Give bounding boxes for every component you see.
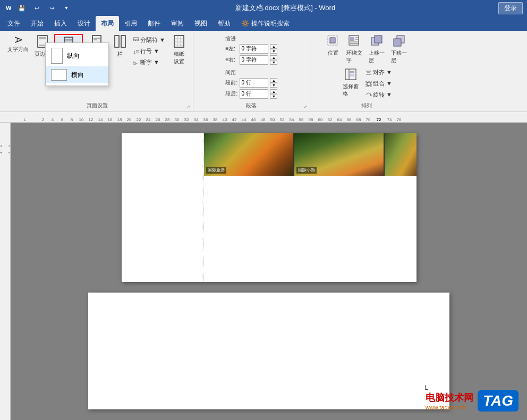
tab-layout[interactable]: 布局 bbox=[96, 16, 119, 31]
tab-home[interactable]: 开始 bbox=[26, 16, 49, 31]
ruler-mark: 48 bbox=[258, 117, 268, 122]
left-ruler-marks: 24681012141618202224 bbox=[0, 139, 11, 156]
move-forward-button[interactable]: 上移一层 bbox=[366, 34, 387, 65]
portrait-option[interactable]: 纵向 bbox=[46, 45, 108, 66]
indent-left-up[interactable]: ▲ bbox=[270, 44, 277, 49]
landscape-label: 横向 bbox=[71, 71, 84, 80]
indent-section: 缩进 ≡左: ▲ ▼ ≡右: ▲ ▼ bbox=[224, 34, 278, 67]
space-after-down[interactable]: ▼ bbox=[270, 94, 277, 99]
position-button[interactable]: 位置 bbox=[324, 34, 343, 58]
page-setup-expand-icon[interactable]: ↗ bbox=[186, 105, 191, 110]
align-button[interactable]: 对齐 ▼ bbox=[363, 67, 394, 78]
tab-mailings[interactable]: 邮件 bbox=[142, 16, 166, 31]
svg-rect-14 bbox=[133, 38, 139, 40]
login-area: 登录 bbox=[498, 2, 523, 14]
space-before-down[interactable]: ▼ bbox=[270, 83, 277, 88]
line-numbers-label: 行号 ▼ bbox=[140, 47, 159, 55]
ruler-mark: 50 bbox=[268, 117, 277, 122]
orientation-dropdown: 纵向 横向 bbox=[45, 42, 109, 86]
page-content-marks bbox=[204, 176, 208, 282]
ruler-mark: 58 bbox=[306, 117, 316, 122]
indent-left-down[interactable]: ▼ bbox=[270, 49, 277, 54]
ruler-mark: 72 bbox=[373, 117, 385, 122]
paragraph-expand-icon[interactable]: ↗ bbox=[303, 105, 308, 110]
ruler-mark: 32 bbox=[182, 117, 191, 122]
page-1-content bbox=[204, 176, 416, 282]
space-after-up[interactable]: ▲ bbox=[270, 89, 277, 94]
indent-left-label: ≡左: bbox=[225, 45, 238, 53]
ruler-mark: 14 bbox=[96, 117, 105, 122]
tab-design[interactable]: 设计 bbox=[72, 16, 96, 31]
tab-review[interactable]: 审阅 bbox=[166, 16, 189, 31]
watermark-text-group: 电脑技术网 www.tagxp.com bbox=[426, 391, 473, 410]
login-button[interactable]: 登录 bbox=[498, 2, 523, 14]
left-margin-marks: ↓↓↓↓↓↓↓↓↓↓↓↓↓ bbox=[201, 139, 203, 282]
ruler-mark: 18 bbox=[115, 117, 124, 122]
line-numbers-button[interactable]: 1 行号 ▼ bbox=[131, 46, 167, 56]
tab-file[interactable]: 文件 bbox=[2, 16, 26, 31]
position-label: 位置 bbox=[328, 49, 338, 57]
svg-rect-37 bbox=[394, 39, 401, 46]
watermark-site-name: 电脑技术网 bbox=[426, 391, 473, 404]
ribbon-tab-bar: 文件 开始 插入 设计 布局 引用 邮件 审阅 视图 帮助 🔆 操作说明搜索 bbox=[0, 16, 527, 31]
save-button[interactable]: 💾 bbox=[16, 2, 28, 14]
text-direction-button[interactable]: A 文字方向 bbox=[5, 34, 31, 54]
arrange-label: 排列 bbox=[361, 101, 372, 110]
space-before-input[interactable] bbox=[240, 78, 268, 88]
ruler-mark: 60 bbox=[316, 117, 325, 122]
hyphenation-button[interactable]: b- 断字 ▼ bbox=[131, 57, 167, 67]
redo-button[interactable]: ↪ bbox=[46, 2, 57, 14]
watermark-url: www.tagxp.com bbox=[426, 404, 466, 410]
indent-right-up[interactable]: ▲ bbox=[270, 55, 277, 60]
tab-help[interactable]: 帮助 bbox=[212, 16, 236, 31]
page-1-left: ↓↓↓↓↓↓↓↓↓↓↓↓↓ bbox=[122, 133, 204, 282]
top-ruler: L 2 4 6 8 10 12 14 16 18 20 22 24 26 28 … bbox=[0, 112, 527, 123]
ruler-mark: 30 bbox=[172, 117, 182, 122]
arrange-content: 位置 环绕文字 bbox=[313, 34, 420, 101]
columns-label: 栏 bbox=[117, 50, 123, 58]
rotate-button[interactable]: 旋转 ▼ bbox=[363, 90, 394, 100]
tab-view[interactable]: 视图 bbox=[189, 16, 212, 31]
ruler-mark: 20 bbox=[124, 117, 134, 122]
landscape-option[interactable]: 横向 bbox=[46, 66, 108, 83]
breaks-button[interactable]: 分隔符 ▼ bbox=[131, 35, 167, 45]
align-group-btns: 对齐 ▼ 组合 ▼ 旋转 ▼ bbox=[363, 67, 394, 100]
ruler-mark: 10 bbox=[76, 117, 86, 122]
text-direction-label: 文字方向 bbox=[7, 46, 29, 53]
selection-pane-button[interactable]: 选择窗格 bbox=[339, 67, 362, 99]
document-area[interactable]: ↓↓↓↓↓↓↓↓↓↓↓↓↓ 国际旅游 国际小游 bbox=[11, 123, 527, 420]
ruler-mark: 54 bbox=[287, 117, 296, 122]
space-after-arrows: ▲ ▼ bbox=[270, 89, 277, 99]
quick-access-toolbar: W 💾 ↩ ↪ ▼ bbox=[4, 2, 72, 14]
position-icon bbox=[327, 35, 339, 48]
space-after-input[interactable] bbox=[240, 89, 268, 99]
paragraph-label: 段落 ↗ bbox=[246, 101, 257, 110]
svg-text:W: W bbox=[6, 5, 12, 11]
group-button[interactable]: 组合 ▼ bbox=[363, 79, 394, 89]
undo-button[interactable]: ↩ bbox=[31, 2, 42, 14]
ruler-mark: 64 bbox=[335, 117, 344, 122]
selection-pane-label: 选择窗格 bbox=[343, 83, 359, 98]
indent-right-input[interactable] bbox=[240, 55, 268, 65]
tab-search[interactable]: 🔆 操作说明搜索 bbox=[236, 16, 295, 31]
portrait-preview bbox=[51, 48, 63, 64]
space-before-up[interactable]: ▲ bbox=[270, 78, 277, 83]
draft-paper-button[interactable]: 稿纸设置 bbox=[168, 34, 190, 66]
main-area: 24681012141618202224 ↓↓↓↓↓↓↓↓↓↓↓↓↓ 国际旅游 bbox=[0, 123, 527, 420]
tab-references[interactable]: 引用 bbox=[119, 16, 142, 31]
tab-insert[interactable]: 插入 bbox=[49, 16, 72, 31]
customize-qat-button[interactable]: ▼ bbox=[61, 2, 72, 14]
ruler-mark: 74 bbox=[385, 117, 394, 122]
ruler-marks: L 2 4 6 8 10 12 14 16 18 20 22 24 26 28 … bbox=[21, 113, 404, 122]
image-3 bbox=[385, 133, 416, 176]
ruler-mark: 36 bbox=[201, 117, 210, 122]
move-backward-button[interactable]: 下移一层 bbox=[388, 34, 410, 65]
indent-left-input[interactable] bbox=[240, 44, 268, 54]
ruler-mark: 56 bbox=[296, 117, 306, 122]
wrap-text-button[interactable]: 环绕文字 bbox=[344, 34, 365, 65]
indent-right-down[interactable]: ▼ bbox=[270, 60, 277, 65]
ruler-mark: 42 bbox=[230, 117, 239, 122]
draft-paper-label: 稿纸设置 bbox=[174, 50, 184, 65]
image-2-caption: 国际小游 bbox=[296, 167, 317, 174]
columns-button[interactable]: 栏 bbox=[110, 34, 130, 59]
